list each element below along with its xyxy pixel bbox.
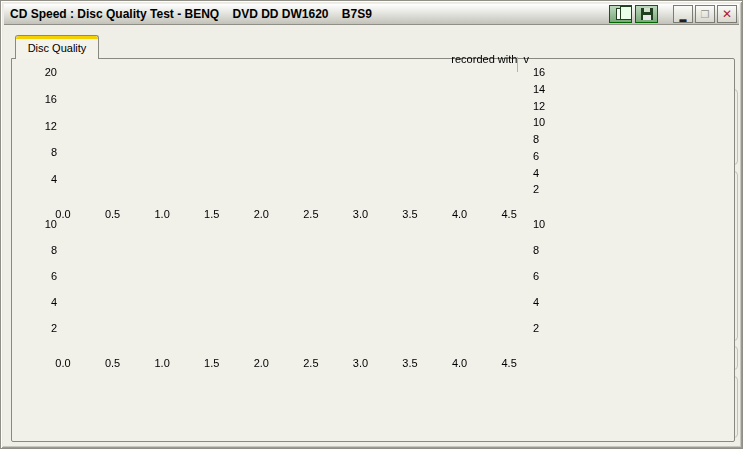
app-window: CD Speed : Disc Quality Test - BENQ DVD … xyxy=(0,0,743,449)
axis-tick-label: 4.0 xyxy=(447,357,473,369)
axis-tick-label: 14 xyxy=(533,83,557,95)
axis-tick-label: 0.0 xyxy=(50,357,76,369)
axis-tick-label: 4 xyxy=(533,296,557,308)
copy-icon[interactable] xyxy=(609,5,632,23)
axis-tick-label: 4 xyxy=(533,167,557,179)
axis-tick-label: 8 xyxy=(23,244,57,256)
axis-tick-label: 2.5 xyxy=(298,208,324,220)
window-title: CD Speed : Disc Quality Test - BENQ DVD … xyxy=(4,7,372,21)
save-icon[interactable] xyxy=(635,5,658,23)
axis-tick-label: 2 xyxy=(23,322,57,334)
axis-tick-label: 2.0 xyxy=(248,208,274,220)
axis-tick-label: 0.5 xyxy=(100,357,126,369)
position-marker-stub xyxy=(517,57,518,72)
axis-tick-label: 8 xyxy=(23,146,57,158)
close-icon: ✕ xyxy=(722,7,732,21)
axis-tick-label: 8 xyxy=(533,244,557,256)
axis-tick-label: 4.5 xyxy=(496,208,522,220)
maximize-button[interactable]: ❐ xyxy=(695,5,715,23)
axis-tick-label: 10 xyxy=(23,218,57,230)
tab-disc-quality[interactable]: Disc Quality xyxy=(15,35,99,59)
axis-tick-label: 4 xyxy=(23,296,57,308)
axis-tick-label: 6 xyxy=(533,150,557,162)
axis-tick-label: 12 xyxy=(533,100,557,112)
axis-tick-label: 1.5 xyxy=(199,208,225,220)
axis-tick-label: 8 xyxy=(533,133,557,145)
axis-tick-label: 4 xyxy=(23,173,57,185)
copy-pages-icon xyxy=(616,8,626,20)
maximize-icon: ❐ xyxy=(701,9,710,20)
axis-tick-label: 2.0 xyxy=(248,357,274,369)
minimize-icon: ▂ xyxy=(680,12,687,22)
axis-tick-label: 3.0 xyxy=(347,208,373,220)
axis-tick-label: 2.5 xyxy=(298,357,324,369)
axis-tick-label: 1.0 xyxy=(149,357,175,369)
axis-tick-label: 0.5 xyxy=(100,208,126,220)
axis-tick-label: 4.0 xyxy=(447,208,473,220)
tab-label: Disc Quality xyxy=(28,42,87,54)
axis-tick-label: 2 xyxy=(533,183,557,195)
titlebar: CD Speed : Disc Quality Test - BENQ DVD … xyxy=(4,4,739,25)
axis-tick-label: 3.5 xyxy=(397,357,423,369)
axis-tick-label: 1.5 xyxy=(199,357,225,369)
axis-tick-label: 3.5 xyxy=(397,208,423,220)
axis-tick-label: 6 xyxy=(533,270,557,282)
floppy-disk-icon xyxy=(641,8,653,20)
axis-tick-label: 16 xyxy=(23,93,57,105)
axis-tick-label: 16 xyxy=(533,66,557,78)
axis-tick-label: 1.0 xyxy=(149,208,175,220)
close-button[interactable]: ✕ xyxy=(717,5,737,23)
axis-tick-label: 20 xyxy=(23,66,57,78)
axis-tick-label: 10 xyxy=(533,116,557,128)
tab-page xyxy=(11,58,735,442)
axis-tick-label: 3.0 xyxy=(347,357,373,369)
axis-tick-label: 6 xyxy=(23,270,57,282)
axis-tick-label: 10 xyxy=(533,218,557,230)
axis-tick-label: 4.5 xyxy=(496,357,522,369)
minimize-button[interactable]: ▂ xyxy=(673,5,693,23)
axis-tick-label: 2 xyxy=(533,322,557,334)
axis-tick-label: 12 xyxy=(23,120,57,132)
